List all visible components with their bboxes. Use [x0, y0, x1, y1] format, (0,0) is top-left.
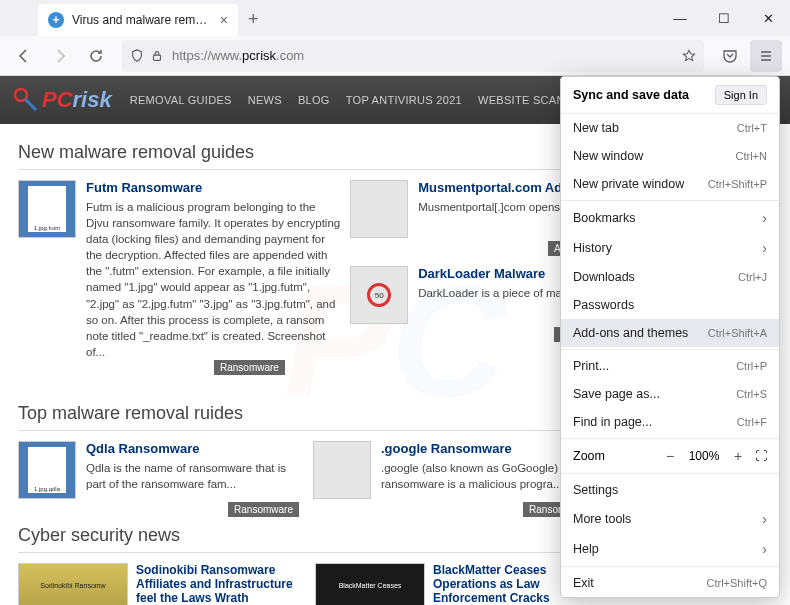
menu-bookmarks[interactable]: Bookmarks›: [561, 203, 779, 233]
forward-button[interactable]: [44, 40, 76, 72]
nav-blog[interactable]: BLOG: [298, 94, 330, 106]
logo-icon: [14, 88, 38, 112]
close-tab-icon[interactable]: ×: [220, 12, 228, 28]
article-title: Sodinokibi Ransomware Affiliates and Inf…: [136, 563, 301, 605]
app-menu-button[interactable]: [750, 40, 782, 72]
tag-ransomware: Ransomware: [214, 360, 285, 375]
card-text: Futm is a malicious program belonging to…: [86, 199, 340, 360]
section-new-guides: New malware removal guides: [18, 142, 598, 163]
maximize-button[interactable]: ☐: [702, 0, 746, 36]
svg-rect-0: [154, 55, 161, 60]
thumb-blackmatter: BlackMatter Ceases: [315, 563, 425, 605]
nav-news[interactable]: NEWS: [248, 94, 282, 106]
url-text: https://www.pcrisk.com: [172, 48, 304, 63]
menu-passwords[interactable]: Passwords: [561, 291, 779, 319]
card-text: Qdla is the name of ransomware that is p…: [86, 460, 303, 492]
menu-new-private-window[interactable]: New private windowCtrl+Shift+P: [561, 170, 779, 198]
menu-exit[interactable]: ExitCtrl+Shift+Q: [561, 569, 779, 597]
browser-tab[interactable]: Virus and malware removal ins ×: [38, 4, 238, 36]
bookmark-star-icon[interactable]: [682, 49, 696, 63]
lock-icon: [150, 49, 164, 63]
minimize-button[interactable]: —: [658, 0, 702, 36]
nav-removal-guides[interactable]: REMOVAL GUIDES: [130, 94, 232, 106]
card-futm[interactable]: 1.jpg.futm Futm Ransomware Futm is a mal…: [18, 180, 340, 360]
card-title: Futm Ransomware: [86, 180, 340, 195]
close-window-button[interactable]: ✕: [746, 0, 790, 36]
zoom-out-button[interactable]: −: [661, 447, 679, 465]
sign-in-button[interactable]: Sign In: [715, 85, 767, 105]
menu-addons-themes[interactable]: Add-ons and themesCtrl+Shift+A: [561, 319, 779, 347]
article-sodinokibi[interactable]: Sodinokibi Ransomw Sodinokibi Ransomware…: [18, 563, 301, 605]
address-bar[interactable]: https://www.pcrisk.com: [122, 40, 704, 72]
card-title: Qdla Ransomware: [86, 441, 303, 456]
menu-new-tab[interactable]: New tabCtrl+T: [561, 114, 779, 142]
menu-save-page[interactable]: Save page as...Ctrl+S: [561, 380, 779, 408]
card-qdla[interactable]: 1.jpg.qdla Qdla Ransomware Qdla is the n…: [18, 441, 303, 499]
menu-history[interactable]: History›: [561, 233, 779, 263]
thumb-sodinokibi: Sodinokibi Ransomw: [18, 563, 128, 605]
menu-new-window[interactable]: New windowCtrl+N: [561, 142, 779, 170]
menu-print[interactable]: Print...Ctrl+P: [561, 352, 779, 380]
tab-favicon: [48, 12, 64, 28]
pocket-button[interactable]: [714, 40, 746, 72]
menu-zoom: Zoom − 100% + ⛶: [561, 441, 779, 471]
thumb-futm: 1.jpg.futm: [18, 180, 76, 238]
app-menu: Sync and save data Sign In New tabCtrl+T…: [560, 76, 780, 598]
thumb-musment: [350, 180, 408, 238]
menu-sync-label: Sync and save data: [573, 88, 715, 102]
menu-help[interactable]: Help›: [561, 534, 779, 564]
zoom-percent: 100%: [687, 449, 721, 463]
site-logo[interactable]: PCrisk: [14, 87, 112, 113]
shield-icon: [130, 49, 144, 63]
tag-ransomware: Ransomware: [228, 502, 299, 517]
back-button[interactable]: [8, 40, 40, 72]
thumb-qdla: 1.jpg.qdla: [18, 441, 76, 499]
new-tab-button[interactable]: +: [248, 9, 259, 30]
menu-find[interactable]: Find in page...Ctrl+F: [561, 408, 779, 436]
article-blackmatter[interactable]: BlackMatter Ceases BlackMatter Ceases Op…: [315, 563, 598, 605]
section-top-guides: Top malware removal ruides: [18, 403, 598, 424]
reload-button[interactable]: [80, 40, 112, 72]
thumb-darkloader: 50: [350, 266, 408, 324]
card-google[interactable]: .google Ransomware .google (also known a…: [313, 441, 598, 499]
menu-settings[interactable]: Settings: [561, 476, 779, 504]
zoom-in-button[interactable]: +: [729, 447, 747, 465]
svg-line-2: [25, 99, 36, 110]
menu-more-tools[interactable]: More tools›: [561, 504, 779, 534]
section-cyber-news: Cyber security news: [18, 525, 598, 546]
nav-top-antivirus[interactable]: TOP ANTIVIRUS 2021: [346, 94, 462, 106]
fullscreen-button[interactable]: ⛶: [755, 449, 767, 463]
tab-title: Virus and malware removal ins: [72, 13, 214, 27]
thumb-google: [313, 441, 371, 499]
menu-downloads[interactable]: DownloadsCtrl+J: [561, 263, 779, 291]
